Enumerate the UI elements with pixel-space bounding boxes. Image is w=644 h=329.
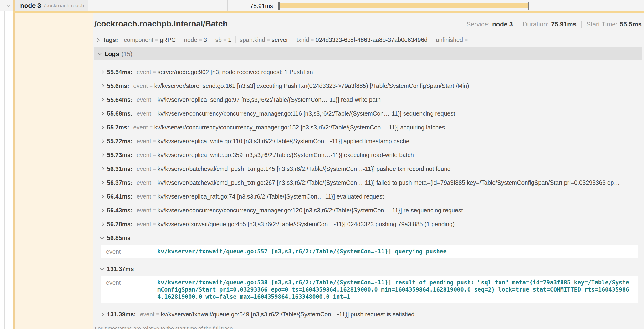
span-name-cell[interactable]: node 3 /cockroach.roach… [13,0,88,12]
log-timestamp: 56.85ms [107,234,130,242]
tags-label: Tags: [102,36,118,44]
trace-view-left-border [4,0,4,329]
log-field-key: event [133,124,148,131]
equals-sign: = [153,166,156,172]
tags-list: component = gRPC node = 3 sb = 1 span.ki… [120,36,474,44]
log-fields-table: event kv/kvserver/txnwait/queue.go:557 [… [100,245,638,258]
log-timestamp: 55.7ms: [107,124,129,131]
log-entry-row[interactable]: 56.78ms: event = kv/kvserver/txnwait/que… [100,220,642,228]
log-field-value: kv/kvserver/concurrency/concurrency_mana… [158,207,463,214]
log-timestamp: 56.43ms: [107,207,132,214]
log-timestamp: 55.6ms: [107,82,129,90]
log-entry-row[interactable]: 56.37ms: event = kv/kvserver/batcheval/c… [100,179,642,186]
equals-sign: = [267,37,270,43]
log-timestamp: 55.72ms: [107,138,132,145]
log-field-value: kv/kvserver/replica_write.go:359 [n3,s3,… [158,152,414,158]
log-timestamp: 56.78ms: [107,221,132,228]
chevron-right-icon [100,208,104,212]
tag-item[interactable]: unfinished = [432,36,474,44]
log-fields-table: event kv/kvserver/txnwait/queue.go:538 [… [100,276,638,304]
log-timestamp: 55.73ms: [107,152,132,158]
log-field-value: kv/kvserver/txnwait/queue.go:538 [n3,s3,… [157,279,638,300]
log-entry-row[interactable]: 131.39ms: event = kv/kvserver/txnwait/qu… [100,311,642,318]
log-entry-row[interactable]: 56.43ms: event = kv/kvserver/concurrency… [100,207,642,214]
tags-toggle-row[interactable]: Tags: component = gRPC node = 3 sb = 1 s… [94,32,642,46]
span-overview: Service: node 3 Duration: 75.91ms Start … [466,21,642,28]
equals-sign: = [465,37,468,43]
tag-item[interactable]: node = 3 [180,36,211,44]
log-entry-expanded: 131.37ms event kv/kvserver/txnwait/queue… [100,265,642,304]
span-operation-name: /cockroach.roach… [44,2,88,9]
equals-sign: = [153,138,156,144]
equals-sign: = [150,124,152,130]
log-entry-row[interactable]: 55.6ms: event = kv/kvserver/store_send.g… [100,82,642,90]
log-field-key: event [136,96,151,103]
log-field-value: kv/kvserver/replica_send.go:97 [n3,s3,r6… [158,96,381,103]
log-field-value: kv/kvserver/replica_write.go:110 [n3,s3,… [158,138,410,145]
tag-value: gRPC [160,36,176,44]
log-timestamp: 55.64ms: [107,96,132,103]
log-field-row: event kv/kvserver/txnwait/queue.go:538 [… [101,279,638,300]
tag-item[interactable]: component = gRPC [120,36,180,44]
chevron-right-icon [100,126,104,130]
selected-span-row-highlight [15,13,94,329]
chevron-right-icon [100,167,104,171]
log-field-key: event [136,166,151,172]
log-entry-row[interactable]: 56.31ms: event = kv/kvserver/batcheval/c… [100,165,642,172]
selected-span-accent-band [13,12,644,13]
log-timestamp: 55.54ms: [107,69,132,76]
span-color-strip [13,0,15,12]
log-entry-row[interactable]: 55.54ms: event = server/node.go:902 [n3]… [100,68,642,76]
log-timestamp: 131.37ms [107,266,134,272]
log-entry-row[interactable]: 55.7ms: event = kv/kvserver/concurrency/… [100,124,642,131]
logs-title: Logs [104,50,119,58]
selected-span-color-strip [13,13,15,329]
log-field-value: kv/kvserver/batcheval/cmd_push_txn.go:26… [158,179,620,186]
span-detail-panel: /cockroach.roachpb.Internal/Batch Servic… [94,13,644,329]
log-timestamp: 56.41ms: [107,193,132,200]
service-label: Service: [466,21,490,28]
tag-value: 1 [228,36,232,44]
duration-label: Duration: [523,21,549,28]
timeline-gridline [582,0,582,12]
chevron-right-icon [100,112,104,116]
log-entry-row[interactable]: 55.64ms: event = kv/kvserver/replica_sen… [100,96,642,103]
equals-sign: = [153,110,156,116]
tag-key: unfinished [436,36,463,44]
equals-sign: = [153,69,156,75]
log-entry-expanded: 56.85ms event kv/kvserver/txnwait/queue.… [100,234,642,258]
log-field-key: event [136,138,151,145]
log-field-key: event [136,221,151,228]
log-field-key: event [133,82,148,90]
log-entry-row[interactable]: 55.73ms: event = kv/kvserver/replica_wri… [100,152,642,158]
tag-item[interactable]: txnid = 024d3323-6c8f-4863-aa8b-37ab0e63… [292,36,432,44]
chevron-down-icon [100,266,104,270]
log-field-key: event [101,279,157,300]
equals-sign: = [153,152,156,158]
log-entry-expanded-header[interactable]: 56.85ms [100,234,642,242]
span-detail-header: /cockroach.roachpb.Internal/Batch Servic… [94,13,642,32]
log-field-value: kv/kvserver/concurrency/concurrency_mana… [154,124,445,131]
collapse-all-chevron-icon[interactable] [6,2,10,7]
log-entry-row[interactable]: 55.68ms: event = kv/kvserver/concurrency… [100,110,642,117]
log-field-key: event [136,110,151,117]
log-timestamp: 55.68ms: [107,110,132,117]
log-field-value: kv/kvserver/txnwait/queue.go:549 [n3,s3,… [161,311,414,318]
log-entry-row[interactable]: 55.72ms: event = kv/kvserver/replica_wri… [100,138,642,145]
tag-item[interactable]: span.kind = server [236,36,292,44]
log-entry-expanded-header[interactable]: 131.37ms [100,265,642,272]
chevron-right-icon [100,194,104,198]
log-field-value: kv/kvserver/txnwait/queue.go:557 [n3,s3,… [157,248,638,255]
span-duration-bar[interactable] [280,3,528,8]
log-field-row: event kv/kvserver/txnwait/queue.go:557 [… [101,248,638,255]
log-field-value: kv/kvserver/replica_raft.go:74 [n3,s3,r6… [158,193,384,200]
log-entry-row[interactable]: 56.41ms: event = kv/kvserver/replica_raf… [100,193,642,200]
tag-item[interactable]: sb = 1 [211,36,235,44]
log-timestamp: 56.37ms: [107,179,132,186]
tag-key: node [184,36,197,44]
chevron-right-icon [100,153,104,157]
chevron-right-icon [100,70,104,74]
logs-section-header[interactable]: Logs (15) [94,48,642,60]
span-duration-label: 75.91ms [236,2,273,10]
equals-sign: = [153,207,156,213]
